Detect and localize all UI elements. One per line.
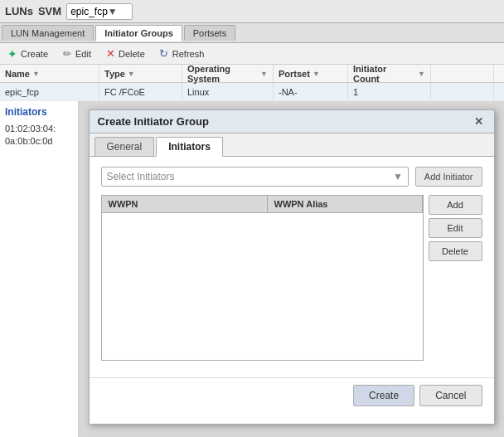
top-nav: LUNs SVM epic_fcp ▼ [0, 0, 504, 23]
cell-name: epic_fcp [0, 83, 99, 100]
modal-cancel-button[interactable]: Cancel [419, 385, 482, 406]
initiator-item: 01:02:03:04: 0a:0b:0c:0d [5, 123, 73, 148]
modal-titlebar: Create Initiator Group ✕ [90, 110, 494, 134]
edit-icon: ✏ [61, 48, 73, 60]
col-header-count: Initiator Count ▼ [348, 65, 431, 82]
svm-label: SVM [38, 5, 61, 17]
col-header-os: Operating System ▼ [182, 65, 274, 82]
column-headers: Name ▼ Type ▼ Operating System ▼ Portset… [0, 65, 504, 83]
filter-icon: ▼ [313, 70, 320, 78]
tab-general[interactable]: General [94, 137, 155, 156]
delete-label: Delete [119, 49, 145, 59]
left-panel: Initiators 01:02:03:04: 0a:0b:0c:0d [0, 101, 79, 437]
tab-portsets[interactable]: Portsets [184, 25, 235, 41]
modal-title: Create Initiator Group [98, 115, 209, 128]
wwpn-body [102, 213, 423, 354]
tab-initiator-groups[interactable]: Initiator Groups [95, 25, 182, 41]
wwpn-col-header: WWPN [102, 196, 268, 212]
filter-icon: ▼ [260, 70, 268, 78]
initiator-selector-row: Select Initiators ▼ Add Initiator [101, 167, 482, 187]
wwpn-edit-button[interactable]: Edit [429, 218, 482, 238]
filter-icon: ▼ [32, 70, 40, 78]
delete-icon: ✕ [104, 48, 116, 60]
cell-extra [431, 83, 494, 100]
refresh-label: Refresh [172, 49, 205, 59]
luns-label: LUNs [5, 5, 33, 17]
svm-dropdown[interactable]: epic_fcp ▼ [66, 3, 133, 20]
create-icon: ✦ [7, 48, 18, 60]
main-tab-bar: LUN Management Initiator Groups Portsets [0, 23, 504, 43]
col-header-portset: Portset ▼ [274, 65, 348, 82]
table-area: Name ▼ Type ▼ Operating System ▼ Portset… [0, 65, 504, 437]
tab-initiators[interactable]: Initiators [156, 137, 223, 157]
col-header-name: Name ▼ [0, 65, 99, 82]
create-label: Create [21, 49, 48, 59]
modal-create-button[interactable]: Create [353, 385, 414, 406]
modal-overlay: Create Initiator Group ✕ General Initiat… [79, 101, 504, 437]
cell-count: 1 [348, 83, 431, 100]
main-area: Name ▼ Type ▼ Operating System ▼ Portset… [0, 65, 504, 437]
refresh-button[interactable]: ↻ Refresh [155, 46, 208, 61]
modal-close-button[interactable]: ✕ [472, 115, 486, 128]
create-button[interactable]: ✦ Create [3, 46, 51, 61]
wwpn-area: WWPN WWPN Alias Add Edit Delete [101, 195, 482, 361]
wwpn-side-buttons: Add Edit Delete [429, 195, 482, 361]
cell-portset: -NA- [274, 83, 348, 100]
cell-os: Linux [182, 83, 274, 100]
chevron-down-icon: ▼ [393, 171, 403, 182]
wwpn-delete-button[interactable]: Delete [429, 241, 482, 261]
table-row[interactable]: epic_fcp FC /FCoE Linux -NA- 1 [0, 83, 504, 101]
svm-dropdown-value: epic_fcp [70, 6, 108, 17]
col-header-type: Type ▼ [99, 65, 182, 82]
create-initiator-group-modal: Create Initiator Group ✕ General Initiat… [89, 109, 495, 425]
edit-button[interactable]: ✏ Edit [58, 46, 94, 61]
modal-tab-bar: General Initiators [90, 134, 494, 157]
col-header-extra [431, 65, 494, 82]
initiator-select-dropdown[interactable]: Select Initiators ▼ [101, 167, 409, 187]
toolbar: ✦ Create ✏ Edit ✕ Delete ↻ Refresh [0, 43, 504, 65]
filter-icon: ▼ [418, 70, 425, 78]
initiator-select-value: Select Initiators [107, 171, 175, 182]
wwpn-alias-col-header: WWPN Alias [268, 196, 423, 212]
filter-icon: ▼ [128, 70, 135, 78]
wwpn-table: WWPN WWPN Alias [101, 195, 424, 361]
refresh-icon: ↻ [158, 48, 170, 60]
edit-label: Edit [75, 49, 91, 59]
initiators-title: Initiators [5, 106, 73, 118]
add-initiator-button[interactable]: Add Initiator [415, 167, 482, 187]
wwpn-add-button[interactable]: Add [429, 195, 482, 215]
delete-button[interactable]: ✕ Delete [101, 46, 148, 61]
modal-body: Select Initiators ▼ Add Initiator WWPN [90, 157, 494, 371]
wwpn-header-row: WWPN WWPN Alias [102, 196, 423, 213]
tab-lun-management[interactable]: LUN Management [2, 25, 94, 41]
modal-footer: Create Cancel [90, 377, 494, 413]
chevron-down-icon: ▼ [108, 6, 128, 17]
cell-type: FC /FCoE [99, 83, 182, 100]
